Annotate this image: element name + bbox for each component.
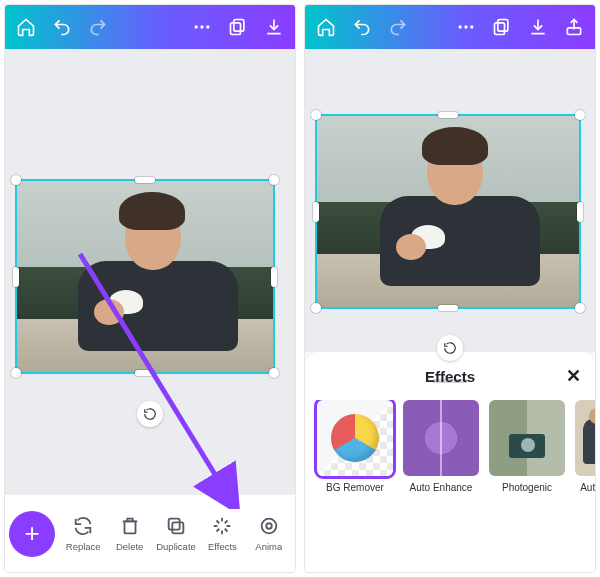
share-icon xyxy=(564,17,584,37)
effect-thumb xyxy=(317,400,393,476)
resize-handle-tl[interactable] xyxy=(311,110,321,120)
top-bar xyxy=(5,5,295,49)
download-button[interactable] xyxy=(257,10,291,44)
resize-handle-mt[interactable] xyxy=(438,112,458,118)
pages-button[interactable] xyxy=(221,10,255,44)
effect-thumb xyxy=(575,400,595,476)
svg-point-0 xyxy=(195,25,198,28)
share-button[interactable] xyxy=(557,10,591,44)
effect-auto-enhance[interactable]: Auto Enhance xyxy=(403,400,479,493)
svg-point-9 xyxy=(261,519,276,534)
more-button[interactable] xyxy=(449,10,483,44)
device-left: + Replace Delete Duplicate Effects Anima xyxy=(4,4,296,573)
replace-icon xyxy=(72,515,94,537)
more-icon xyxy=(456,17,476,37)
download-button[interactable] xyxy=(521,10,555,44)
device-right: Effects ✕ BG Remover Auto Enhance Photog… xyxy=(304,4,596,573)
more-icon xyxy=(192,17,212,37)
effect-label: Photogenic xyxy=(502,482,552,493)
svg-rect-4 xyxy=(231,23,241,35)
effect-label: Auto Focu xyxy=(580,482,595,493)
photo-content xyxy=(17,181,273,372)
animate-icon xyxy=(258,515,280,537)
pages-icon xyxy=(228,17,248,37)
redo-button[interactable] xyxy=(81,10,115,44)
resize-handle-tl[interactable] xyxy=(11,175,21,185)
resize-handle-br[interactable] xyxy=(269,368,279,378)
effect-thumb xyxy=(489,400,565,476)
home-icon xyxy=(16,17,36,37)
resize-handle-mr[interactable] xyxy=(577,202,583,222)
resize-handle-mt[interactable] xyxy=(135,177,155,183)
svg-point-1 xyxy=(200,25,203,28)
selected-image[interactable] xyxy=(15,179,275,374)
photo-content xyxy=(317,116,579,307)
pages-button[interactable] xyxy=(485,10,519,44)
svg-rect-8 xyxy=(169,519,180,530)
close-icon: ✕ xyxy=(566,365,581,387)
svg-point-13 xyxy=(470,25,473,28)
plus-icon: + xyxy=(24,518,39,549)
trash-icon xyxy=(119,515,141,537)
resize-handle-bl[interactable] xyxy=(311,303,321,313)
download-icon xyxy=(264,17,284,37)
replace-tool[interactable]: Replace xyxy=(61,515,105,552)
rotate-icon xyxy=(143,407,157,421)
svg-rect-14 xyxy=(498,20,508,32)
duplicate-tool[interactable]: Duplicate xyxy=(154,515,198,552)
effect-photogenic[interactable]: Photogenic xyxy=(489,400,565,493)
panel-title: Effects xyxy=(425,368,475,385)
pages-icon xyxy=(492,17,512,37)
more-button[interactable] xyxy=(185,10,219,44)
delete-label: Delete xyxy=(116,541,143,552)
svg-point-10 xyxy=(266,523,272,529)
effect-thumb xyxy=(403,400,479,476)
effects-label: Effects xyxy=(208,541,237,552)
svg-rect-15 xyxy=(495,23,505,35)
home-button[interactable] xyxy=(9,10,43,44)
effect-bg-remover[interactable]: BG Remover xyxy=(317,400,393,493)
resize-handle-mb[interactable] xyxy=(135,370,155,376)
panel-header: Effects ✕ xyxy=(305,352,595,400)
effects-panel: Effects ✕ BG Remover Auto Enhance Photog… xyxy=(305,352,595,572)
rotate-button[interactable] xyxy=(137,401,163,427)
delete-tool[interactable]: Delete xyxy=(107,515,151,552)
download-icon xyxy=(528,17,548,37)
panel-close-button[interactable]: ✕ xyxy=(561,364,585,388)
resize-handle-tr[interactable] xyxy=(575,110,585,120)
effect-label: BG Remover xyxy=(326,482,384,493)
undo-button[interactable] xyxy=(45,10,79,44)
svg-point-12 xyxy=(464,25,467,28)
add-button[interactable]: + xyxy=(9,511,55,557)
resize-handle-ml[interactable] xyxy=(313,202,319,222)
animate-label: Anima xyxy=(255,541,282,552)
redo-button[interactable] xyxy=(381,10,415,44)
resize-handle-mr[interactable] xyxy=(271,267,277,287)
svg-rect-3 xyxy=(234,20,244,32)
undo-icon xyxy=(52,17,72,37)
duplicate-label: Duplicate xyxy=(156,541,196,552)
selected-image[interactable] xyxy=(315,114,581,309)
effects-tool[interactable]: Effects xyxy=(200,515,244,552)
home-button[interactable] xyxy=(309,10,343,44)
animate-tool[interactable]: Anima xyxy=(247,515,291,552)
undo-icon xyxy=(352,17,372,37)
resize-handle-ml[interactable] xyxy=(13,267,19,287)
resize-handle-mb[interactable] xyxy=(438,305,458,311)
resize-handle-tr[interactable] xyxy=(269,175,279,185)
redo-icon xyxy=(388,17,408,37)
resize-handle-br[interactable] xyxy=(575,303,585,313)
undo-button[interactable] xyxy=(345,10,379,44)
duplicate-icon xyxy=(165,515,187,537)
canvas-left[interactable] xyxy=(5,49,295,494)
resize-handle-bl[interactable] xyxy=(11,368,21,378)
home-icon xyxy=(316,17,336,37)
canvas-right[interactable] xyxy=(305,49,595,352)
effects-list: BG Remover Auto Enhance Photogenic Auto … xyxy=(305,400,595,493)
svg-rect-6 xyxy=(124,521,135,533)
effect-auto-focus[interactable]: Auto Focu xyxy=(575,400,595,493)
top-bar xyxy=(305,5,595,49)
sparkle-icon xyxy=(211,515,233,537)
redo-icon xyxy=(88,17,108,37)
effect-label: Auto Enhance xyxy=(410,482,473,493)
